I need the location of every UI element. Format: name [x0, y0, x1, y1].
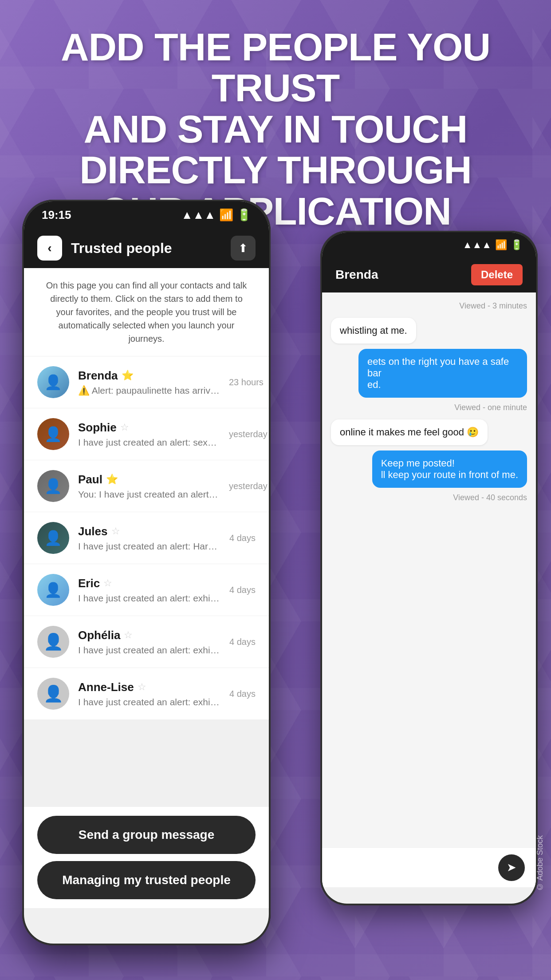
contact-name-sophie: Sophie [78, 421, 117, 435]
send-button[interactable]: ➤ [498, 854, 525, 881]
contact-name-row-ophelia: Ophélia ☆ [78, 628, 220, 642]
back-chat-header: Brenda Delete [322, 257, 536, 292]
watermark: © Adobe Stock [535, 835, 545, 891]
chat-input-area: ➤ [322, 847, 536, 887]
contact-info-jules: Jules ☆ I have just created an alert: Ha… [78, 525, 220, 552]
contact-name-row-brenda: Brenda ⭐ [78, 369, 220, 383]
avatar-ophelia: 👤 [37, 626, 69, 658]
signal-icon: ▲▲▲ [181, 208, 216, 222]
chat-timestamp-1: Viewed - 3 minutes [331, 301, 527, 311]
contact-time-ophelia: 4 days [229, 637, 256, 647]
contact-info-eric: Eric ☆ I have just created an alert: exh… [78, 577, 220, 604]
phone-back: ▲▲▲ 📶 🔋 Brenda Delete Viewed - 3 minutes… [320, 231, 538, 905]
contact-name-row-paul: Paul ⭐ [78, 473, 220, 486]
contact-info-ophelia: Ophélia ☆ I have just created an alert: … [78, 628, 220, 656]
time-display: 19:15 [42, 208, 71, 222]
status-icons: ▲▲▲ 📶 🔋 [181, 208, 251, 222]
contact-name-row-sophie: Sophie ☆ [78, 421, 220, 435]
chat-bubble-3: online it makes me feel good 🥲 [331, 419, 488, 445]
contact-list: 👤 Brenda ⭐ ⚠️ Alert: paupaulinette has a… [24, 356, 269, 720]
contact-time-brenda: 23 hours [229, 377, 264, 387]
contact-time-paul: yesterday [229, 481, 268, 491]
contact-message-brenda: ⚠️ Alert: paupaulinette has arrived at h… [78, 385, 220, 396]
wifi-icon: 📶 [219, 208, 233, 222]
star-eric[interactable]: ☆ [103, 577, 112, 589]
star-annelise[interactable]: ☆ [138, 681, 146, 693]
avatar-eric: 👤 [37, 574, 69, 606]
contact-info-paul: Paul ⭐ You: I have just created an alert… [78, 473, 220, 500]
contact-item-jules[interactable]: 👤 Jules ☆ I have just created an alert: … [24, 512, 269, 564]
contact-time-annelise: 4 days [229, 689, 256, 699]
phone-front: 19:15 ▲▲▲ 📶 🔋 ‹ Trusted people ⬆ On this… [22, 200, 271, 945]
avatar-jules: 👤 [37, 522, 69, 554]
group-message-button[interactable]: Send a group message [37, 816, 256, 854]
delete-button[interactable]: Delete [471, 264, 523, 285]
contact-name-ophelia: Ophélia [78, 628, 120, 642]
back-chat-name: Brenda [335, 268, 462, 282]
battery-icon: 🔋 [237, 208, 251, 222]
back-status-bar: ▲▲▲ 📶 🔋 [322, 233, 536, 257]
contact-message-paul: You: I have just created an alert: Haras… [78, 489, 220, 500]
back-wifi-icon: 📶 [495, 239, 507, 251]
chat-area: Viewed - 3 minutes whistling at me. eets… [322, 292, 536, 847]
contact-info-sophie: Sophie ☆ I have just created an alert: s… [78, 421, 220, 448]
contact-item-brenda[interactable]: 👤 Brenda ⭐ ⚠️ Alert: paupaulinette has a… [24, 356, 269, 408]
avatar-brenda: 👤 [37, 366, 69, 398]
contact-message-annelise: I have just created an alert: exhibition… [78, 697, 220, 707]
contact-name-paul: Paul [78, 473, 102, 486]
back-battery-icon: 🔋 [511, 239, 523, 251]
avatar-paul: 👤 [37, 470, 69, 502]
star-jules[interactable]: ☆ [111, 526, 120, 537]
status-bar: 19:15 ▲▲▲ 📶 🔋 [24, 202, 269, 228]
star-ophelia[interactable]: ☆ [124, 629, 133, 641]
phones-container: ▲▲▲ 📶 🔋 Brenda Delete Viewed - 3 minutes… [0, 186, 551, 980]
contact-time-eric: 4 days [229, 585, 256, 595]
back-signal-icon: ▲▲▲ [463, 239, 492, 251]
star-sophie[interactable]: ☆ [120, 422, 129, 433]
app-header: ‹ Trusted people ⬆ [24, 228, 269, 268]
contact-time-jules: 4 days [229, 533, 256, 543]
contact-name-row-jules: Jules ☆ [78, 525, 220, 538]
contact-item-paul[interactable]: 👤 Paul ⭐ You: I have just created an ale… [24, 460, 269, 512]
avatar-annelise: 👤 [37, 678, 69, 710]
chat-bubble-4: Keep me posted!ll keep your route in fro… [372, 450, 527, 488]
info-text: On this page you can find all your conta… [24, 268, 269, 356]
back-button[interactable]: ‹ [37, 236, 62, 261]
contact-item-annelise[interactable]: 👤 Anne-Lise ☆ I have just created an ale… [24, 668, 269, 720]
contact-name-annelise: Anne-Lise [78, 680, 134, 694]
screen-title: Trusted people [71, 240, 222, 257]
manage-trusted-button[interactable]: Managing my trusted people [37, 861, 256, 899]
contact-name-row-annelise: Anne-Lise ☆ [78, 680, 220, 694]
contact-message-eric: I have just created an alert: exhibition… [78, 593, 220, 604]
contact-message-jules: I have just created an alert: Harassment [78, 541, 220, 552]
contact-message-ophelia: I have just created an alert: exhibition… [78, 645, 220, 656]
contact-item-ophelia[interactable]: 👤 Ophélia ☆ I have just created an alert… [24, 616, 269, 668]
contact-name-row-eric: Eric ☆ [78, 577, 220, 590]
bottom-buttons: Send a group message Managing my trusted… [24, 807, 269, 908]
contact-message-sophie: I have just created an alert: sexual ass… [78, 437, 220, 448]
back-status-icons: ▲▲▲ 📶 🔋 [463, 239, 523, 251]
chat-timestamp-3: Viewed - 40 seconds [331, 493, 527, 502]
contact-name-jules: Jules [78, 525, 108, 538]
chat-timestamp-2: Viewed - one minute [331, 403, 527, 412]
contact-item-eric[interactable]: 👤 Eric ☆ I have just created an alert: e… [24, 564, 269, 616]
share-button[interactable]: ⬆ [231, 236, 256, 261]
chat-bubble-1: whistling at me. [331, 318, 416, 344]
chat-bubble-2: eets on the right you have a safe bared. [358, 349, 527, 398]
contact-info-annelise: Anne-Lise ☆ I have just created an alert… [78, 680, 220, 707]
contact-name-eric: Eric [78, 577, 100, 590]
contact-name-brenda: Brenda [78, 369, 118, 383]
star-paul[interactable]: ⭐ [106, 474, 118, 485]
avatar-sophie: 👤 [37, 418, 69, 450]
contact-info-brenda: Brenda ⭐ ⚠️ Alert: paupaulinette has arr… [78, 369, 220, 396]
contact-item-sophie[interactable]: 👤 Sophie ☆ I have just created an alert:… [24, 408, 269, 460]
star-brenda[interactable]: ⭐ [122, 370, 134, 381]
contact-time-sophie: yesterday [229, 429, 268, 439]
